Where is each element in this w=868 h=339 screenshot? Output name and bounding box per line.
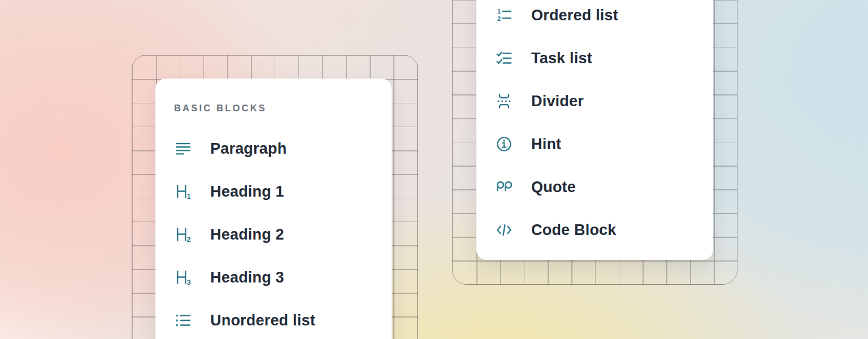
hint-icon [495, 135, 513, 153]
menu-item-label: Task list [531, 50, 592, 67]
menu-item-label: Quote [531, 179, 576, 196]
menu-item-heading-2[interactable]: 2Heading 2 [155, 213, 392, 256]
menu-item-label: Ordered list [531, 7, 618, 24]
task-list-icon [495, 49, 513, 67]
menu-item-label: Heading 3 [210, 269, 284, 286]
svg-text:3: 3 [187, 279, 191, 286]
svg-text:1: 1 [187, 193, 191, 200]
menu-item-task-list[interactable]: Task list [476, 37, 713, 80]
menu-item-heading-3[interactable]: 3Heading 3 [155, 256, 392, 299]
quote-icon [495, 178, 513, 196]
divider-icon [495, 92, 513, 110]
menu-list-left: Paragraph1Heading 12Heading 23Heading 3U… [155, 127, 392, 339]
svg-text:2: 2 [187, 236, 191, 243]
basic-blocks-menu-card: BASIC BLOCKS Paragraph1Heading 12Heading… [155, 79, 392, 339]
menu-item-label: Code Block [531, 221, 617, 239]
menu-item-label: Hint [531, 136, 561, 153]
heading-2-icon: 2 [174, 225, 192, 244]
menu-item-label: Paragraph [210, 140, 287, 158]
menu-item-label: Unordered list [210, 312, 315, 329]
menu-item-quote[interactable]: Quote [476, 166, 713, 208]
heading-3-icon: 3 [174, 268, 192, 286]
svg-text:2: 2 [497, 15, 501, 22]
menu-item-heading-1[interactable]: 1Heading 1 [155, 170, 392, 213]
ordered-list-icon: 12 [495, 6, 513, 24]
page-background: BASIC BLOCKS Paragraph1Heading 12Heading… [0, 0, 868, 339]
menu-item-label: Heading 2 [210, 226, 284, 244]
unordered-list-icon [174, 311, 192, 329]
blocks-menu-card-right: 12Ordered listTask listDividerHintQuoteC… [476, 0, 713, 260]
menu-list-right: 12Ordered listTask listDividerHintQuoteC… [476, 0, 713, 251]
code-block-icon [495, 221, 513, 239]
menu-item-paragraph[interactable]: Paragraph [155, 127, 392, 170]
menu-item-ordered-list[interactable]: 12Ordered list [476, 0, 713, 37]
menu-item-hint[interactable]: Hint [476, 123, 713, 166]
section-header-basic-blocks: BASIC BLOCKS [174, 103, 267, 114]
menu-item-label: Divider [531, 93, 584, 110]
paragraph-icon [174, 140, 192, 158]
heading-1-icon: 1 [174, 182, 192, 201]
menu-item-divider[interactable]: Divider [476, 80, 713, 123]
menu-item-code-block[interactable]: Code Block [476, 208, 713, 251]
menu-item-unordered-list[interactable]: Unordered list [155, 299, 392, 339]
svg-text:1: 1 [497, 7, 501, 15]
menu-item-label: Heading 1 [210, 183, 284, 201]
